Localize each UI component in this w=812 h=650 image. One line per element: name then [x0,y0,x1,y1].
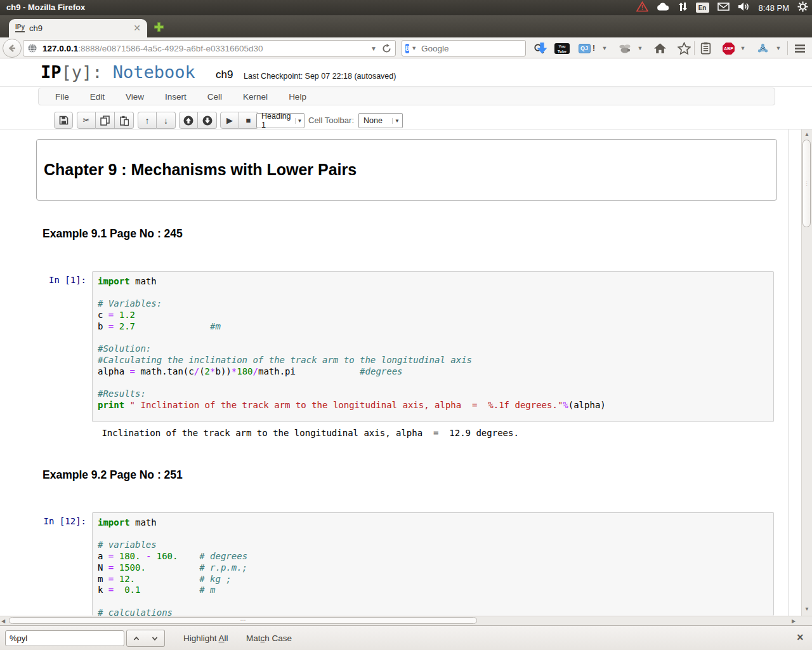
search-engine-icon[interactable]: 8 [405,44,409,53]
copy-cell-button[interactable] [96,112,115,129]
cell2-input-prompt: In [12]: [36,516,86,526]
search-bar[interactable]: 8 ▼ [402,40,526,56]
example2-heading: Example 9.2 Page No : 251 [43,468,183,482]
qj-dropdown-icon[interactable]: ▼ [600,40,609,56]
menu-view[interactable]: View [126,92,144,102]
keyboard-layout-indicator[interactable]: En [696,3,709,13]
interrupt-kernel-button[interactable]: ■ [239,112,258,129]
vertical-scrollbar[interactable]: ▲ ⋮ ▼ [801,129,812,616]
scroll-up-arrow-icon[interactable]: ▲ [802,129,812,139]
chevron-down-icon [152,635,158,642]
cell1-input-prompt: In [1]: [36,275,86,285]
qj-extension-icon[interactable]: QJ [577,40,591,56]
copy-icon [100,116,110,126]
highlight-all-pre: Highlight [183,633,219,643]
adblock-dropdown-icon[interactable]: ▼ [738,40,747,56]
youtube-line2: Tube [558,50,566,53]
addon-icon[interactable] [755,40,770,56]
cut-cell-button[interactable]: ✂ [77,112,96,129]
heading-cell[interactable]: Chapter 9 : Mechanisms with Lower Pairs [36,139,777,201]
menu-kernel[interactable]: Kernel [243,92,268,102]
find-next-button[interactable] [145,630,165,647]
adblock-icon[interactable]: ABP [721,40,736,56]
scroll-right-arrow-icon[interactable]: ▶ [792,617,796,625]
tab-ch9[interactable]: IPy ch9 ✕ [9,19,147,37]
url-host: 127.0.0.1 [43,44,78,53]
youtube-icon[interactable]: YouTube [553,40,571,56]
url-bar[interactable]: 127.0.0.1:8888/e0871586-4a5c-4929-a6bf-e… [23,40,396,56]
arrow-up-icon: ↑ [145,116,150,126]
cell1-output: Inclination of the track arm to the long… [96,428,519,438]
cell-toolbar-value: None [363,116,383,125]
mail-icon[interactable] [717,2,730,13]
reload-icon[interactable] [382,44,391,53]
logo-notebook: Notebook [103,62,195,82]
horizontal-scrollbar[interactable]: ◀ ⋯ ▶ [0,616,812,625]
cell-toolbar-select[interactable]: None▼ [358,113,403,128]
vertical-scrollbar-thumb[interactable]: ⋮ [802,140,811,227]
cell2-code-area[interactable]: import math # variablesa = 180. - 160. #… [92,512,774,616]
back-button[interactable] [3,39,22,58]
insert-cell-below-button[interactable] [198,112,217,129]
stop-icon: ■ [246,116,251,125]
bookmark-star-icon[interactable] [676,40,691,56]
paste-icon [119,116,129,126]
home-icon[interactable] [652,40,667,56]
chapter-heading: Chapter 9 : Mechanisms with Lower Pairs [44,161,357,179]
run-cell-button[interactable]: ▶ [220,112,239,129]
window-title: ch9 - Mozilla Firefox [6,3,85,12]
example1-heading: Example 9.1 Page No : 245 [43,227,183,241]
notebook-toolbar: ✂ ↑ ↓ ▶ ■ Heading 1▼ Cell Toolbar: None▼ [0,106,812,129]
circle-up-icon [183,116,193,126]
menu-cell[interactable]: Cell [207,92,222,102]
volume-icon[interactable] [738,2,750,14]
clipboard-icon[interactable] [698,40,713,56]
checkpoint-status: Last Checkpoint: Sep 07 22:18 (autosaved… [244,72,396,81]
menu-help[interactable]: Help [289,92,306,102]
cloud-icon[interactable] [657,2,670,13]
scroll-down-arrow-icon[interactable]: ▼ [802,606,812,614]
new-tab-button[interactable] [152,22,166,35]
addon-dropdown-icon[interactable]: ▼ [774,40,783,56]
find-close-icon[interactable]: × [797,631,804,644]
gear-icon[interactable] [797,1,808,15]
find-previous-button[interactable] [126,630,146,647]
insert-cell-above-button[interactable] [179,112,198,129]
window-titlebar: ch9 - Mozilla Firefox ! En 8:48 PM [0,0,812,15]
horizontal-scrollbar-thumb[interactable]: ⋯ [9,617,477,624]
paste-cell-button[interactable] [115,112,134,129]
search-engine-dropdown-icon[interactable]: ▼ [411,45,417,51]
menu-edit[interactable]: Edit [90,92,105,102]
tab-close-icon[interactable]: ✕ [133,23,141,33]
fly-extension-icon[interactable] [617,40,633,56]
move-cell-up-button[interactable]: ↑ [138,112,157,129]
scroll-left-arrow-icon[interactable]: ◀ [1,617,5,625]
scissors-icon: ✂ [83,116,90,125]
move-cell-down-button[interactable]: ↓ [157,112,176,129]
save-button[interactable] [54,112,73,129]
menu-file[interactable]: File [55,92,69,102]
search-input[interactable] [421,44,534,53]
find-input[interactable] [5,630,124,646]
network-updown-icon[interactable] [678,2,688,14]
logo-y: [y]: [62,62,103,82]
toolbar-separator [787,41,788,55]
fly-dropdown-icon[interactable]: ▼ [636,40,645,56]
clock[interactable]: 8:48 PM [759,3,789,13]
highlight-all-button[interactable]: Highlight All [183,633,228,643]
match-case-pre: Mat [246,633,261,643]
svg-text:ABP: ABP [724,46,733,51]
menu-hamburger-icon[interactable] [792,40,808,56]
notebook-title[interactable]: ch9 [216,69,233,81]
match-case-button[interactable]: Match Case [246,633,292,643]
menu-insert[interactable]: Insert [165,92,187,102]
cell-toolbar-label: Cell Toolbar: [308,116,354,125]
warning-icon[interactable]: ! [636,1,648,15]
cell1-code-area[interactable]: import math # Variables:c = 1.2b = 2.7 #… [92,271,774,422]
download-icon[interactable] [534,40,550,56]
url-dropdown-icon[interactable]: ▼ [370,45,377,52]
cell-type-select[interactable]: Heading 1▼ [256,113,304,128]
highlight-all-post: ll [225,633,228,643]
ipython-logo[interactable]: IP[y]: Notebook [41,62,195,82]
arrow-down-icon: ↓ [164,116,168,126]
